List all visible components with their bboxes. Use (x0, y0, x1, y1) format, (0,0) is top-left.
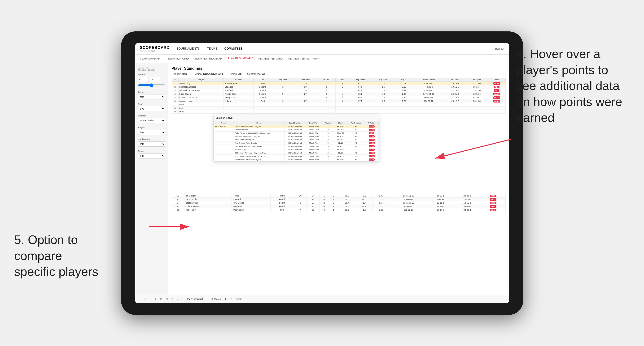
cell-wins: 1 (329, 197, 338, 201)
cell-points[interactable] (488, 110, 506, 113)
toolbar-share[interactable]: Share (236, 298, 242, 300)
toolbar-circle[interactable]: ○ (177, 298, 178, 300)
cell-record (413, 103, 444, 106)
toolbar-view-original[interactable]: View: Original (187, 298, 203, 300)
tt-cell-points[interactable]: 24.11 (365, 141, 378, 145)
cell-player: Ian Gilligan (184, 194, 232, 197)
cell-points[interactable]: 39.95 (480, 204, 506, 208)
cell-points[interactable]: 38.49 (480, 208, 506, 212)
col-vs-top25: Vs Top 25 (444, 78, 466, 81)
tt-cell-points[interactable]: 57.57 (365, 138, 378, 141)
cell-num: 5 (172, 96, 178, 99)
cell-points[interactable] (488, 106, 506, 110)
cell-points[interactable]: 70.2 (488, 89, 506, 92)
no-rds-slider[interactable] (138, 83, 165, 87)
cell-wins: 3 (336, 81, 349, 85)
region-select[interactable]: N/A (138, 130, 165, 135)
cell-points[interactable] (488, 103, 506, 106)
sub-nav-team-summary[interactable]: TEAM SUMMARY (140, 56, 162, 61)
sign-out-link[interactable]: Sign out (494, 47, 504, 50)
no-rds-max-input[interactable] (150, 77, 160, 82)
cell-no-rds: 2 (320, 201, 329, 204)
table-row[interactable]: 24 Bastien Amat New Mexico Fourth 1 27 2… (172, 201, 506, 204)
tt-cell-points[interactable]: 35.98 (365, 151, 378, 155)
tt-cell-points[interactable]: 10.47 (365, 148, 378, 151)
filter-division: Division: NCAA Division I (192, 72, 223, 75)
conference-select[interactable]: (All) (138, 142, 165, 147)
cell-school: New Mexico (232, 201, 270, 204)
toolbar-zoom-in[interactable]: ⊞ (166, 298, 168, 300)
cell-points[interactable]: 60.09 (488, 96, 506, 99)
logo-text: SCOREBOARD (140, 46, 170, 50)
sub-nav-player-h2h-heatmap[interactable]: PLAYER H2H HEATMAP (288, 56, 318, 61)
cell-points[interactable]: 40.27 (480, 197, 506, 201)
tt-cell-points[interactable]: 66.40 (365, 158, 378, 161)
table-row[interactable]: 5 Christo Lamprecht Georgia Tech Fourth … (172, 96, 506, 99)
tt-cell-points[interactable]: 53.60 (365, 128, 378, 131)
table-row[interactable]: 1 Wenyi Ding Arizona State First 1 15 1 … (172, 81, 506, 85)
year-select[interactable]: (All) (138, 106, 165, 111)
cell-points[interactable]: 76.3 (488, 85, 506, 89)
table-row[interactable]: 22 Ian Gilligan Florida Third 10 24 1 0 … (172, 194, 506, 197)
table-row[interactable]: 4 Luke Claton Florida State Second 5 27 … (172, 92, 506, 96)
toolbar-zoom-add[interactable]: ⊕ (154, 298, 156, 300)
logo-area: SCOREBOARD Powered by clippi (140, 46, 170, 52)
table-row[interactable]: 9 Prest (172, 110, 506, 113)
table-row[interactable]: 7 Nichi (172, 103, 506, 106)
toolbar-zoom-box[interactable]: ⊡ (160, 298, 162, 300)
tt-cell-rank-impact: +0 (348, 128, 365, 131)
col-avg-to-par: Avg to-Par (372, 78, 395, 81)
cell-school: Vanderbilt (232, 204, 270, 208)
table-row[interactable]: 26 Petr Hruby Washington Fifth 7 23 0 1 … (172, 208, 506, 212)
cell-vs-top25: 8-28-0 (427, 204, 454, 208)
table-row[interactable]: 23 Jack Lundin Missouri Fourth 11 24 0 1… (172, 197, 506, 201)
toolbar-undo[interactable]: ↩ (138, 298, 140, 300)
table-row[interactable]: 2 Michael La Sasso Ole Miss Second 1 18 … (172, 85, 506, 89)
tt-cell-rank-impact: +1 (348, 135, 365, 138)
tt-cell-points[interactable]: 46.7 (365, 131, 378, 135)
toolbar-download[interactable]: ⬇ (225, 298, 226, 300)
tt-cell-event: Mirabel Maui Jim Intercollegiate (233, 158, 284, 161)
nav-tournaments[interactable]: TOURNAMENTS (177, 46, 200, 51)
toolbar-export[interactable]: ↗ (230, 298, 232, 300)
cell-points[interactable]: 68.94 (488, 92, 506, 96)
cell-player: Luke Claton (178, 92, 224, 96)
tt-cell-event: Williams Cup (233, 148, 284, 151)
cell-record: 562-62-23 (390, 208, 427, 212)
table-row[interactable]: 8 Mats (172, 106, 506, 110)
cell-num: 25 (172, 204, 184, 208)
cell-yr: Fifth (270, 208, 294, 212)
toolbar-redo[interactable]: ↪ (144, 298, 146, 300)
tt-cell-points[interactable]: 20.64 (365, 125, 378, 128)
nav-committee[interactable]: COMMITTEE (224, 46, 243, 51)
sub-nav-team-h2h-grid[interactable]: TEAM H2H GRID (168, 56, 189, 61)
tt-cell-points[interactable]: 16.50 (365, 145, 378, 148)
cell-vs-top50: 35-16-4 (466, 85, 488, 89)
sub-nav-player-h2h-grid[interactable]: PLAYER H2H GRID (258, 56, 283, 61)
cell-points[interactable]: 40.58 (480, 194, 506, 197)
division-select[interactable]: NCAA Division I (138, 118, 165, 123)
tt-cell-points[interactable]: 56.38 (365, 155, 378, 158)
cell-avg-sg (395, 106, 413, 110)
player-select[interactable]: (All) (138, 153, 165, 159)
toolbar-zoom-out[interactable]: ⊟ (172, 298, 173, 300)
table-row[interactable]: 3 Michael Thorbjornsen Stanford Fourth 1… (172, 89, 506, 92)
nav-teams[interactable]: TEAMS (207, 46, 217, 51)
no-rds-min-input[interactable] (138, 77, 149, 82)
toolbar-watch[interactable]: 👁 Watch (211, 298, 221, 300)
cell-adj-score: 67.8 (349, 89, 372, 92)
data-area: Player Standings Gender: Men Division: N… (168, 63, 509, 295)
table-row[interactable]: 25 Cole Sherwood Vanderbilt Fourth 12 23… (172, 204, 506, 208)
bottom-toolbar: ↩ ↪ | ⊕ ⊡ ⊞ ⊟ ○ | View: Original | 👁 Wat… (135, 295, 509, 303)
cell-points[interactable]: 88.27 (488, 81, 506, 85)
gender-select[interactable]: Men (138, 94, 165, 99)
cell-points[interactable]: 56.18 (488, 99, 506, 103)
cell-points[interactable]: 40.02 (480, 201, 506, 204)
tooltip-row: Wake Forest Invitational at Pinehurst No… (214, 131, 378, 135)
sub-nav-player-summary[interactable]: PLAYER SUMMARY (228, 56, 253, 61)
tt-cell-points[interactable]: 73.83 (365, 135, 378, 138)
sub-nav-team-h2h-heatmap[interactable]: TEAM H2H HEATMAP (195, 56, 222, 61)
table-row[interactable]: 6 Jackson Koivu Auburn First 2 27 1 0 67… (172, 99, 506, 103)
cell-num: 1 (172, 81, 178, 85)
col-player: Player (178, 78, 224, 81)
